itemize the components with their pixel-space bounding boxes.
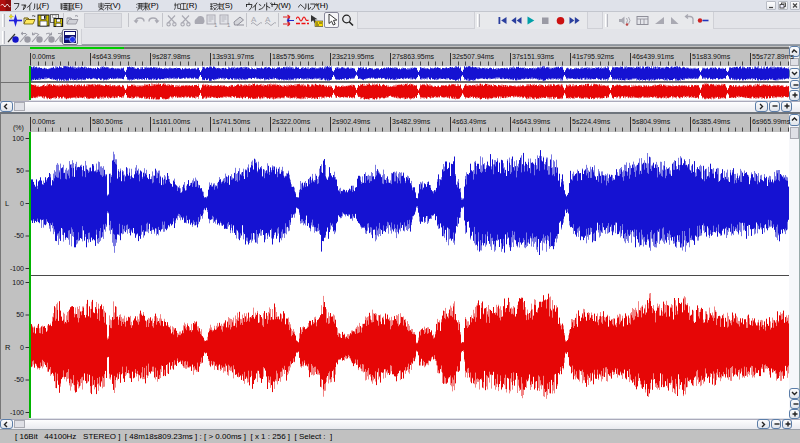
svg-text:2s322.00ms: 2s322.00ms (272, 118, 311, 125)
svg-text:-50: -50 (14, 232, 24, 239)
svg-text:9s287.98ms: 9s287.98ms (152, 53, 191, 60)
svg-text:4s643.99ms: 4s643.99ms (512, 118, 551, 125)
svg-text:46s439.91ms: 46s439.91ms (632, 53, 675, 60)
svg-text:4s63.49ms: 4s63.49ms (452, 118, 487, 125)
svg-text:13s931.97ms: 13s931.97ms (212, 53, 255, 60)
svg-text:0: 0 (20, 200, 24, 207)
svg-text:-100: -100 (10, 265, 24, 272)
svg-text:4s643.99ms: 4s643.99ms (92, 53, 131, 60)
svg-text:51s83.90ms: 51s83.90ms (692, 53, 731, 60)
svg-text:50: 50 (16, 311, 24, 318)
svg-text:100: 100 (12, 279, 24, 286)
svg-text:23s219.95ms: 23s219.95ms (332, 53, 375, 60)
svg-text:41s795.92ms: 41s795.92ms (572, 53, 615, 60)
svg-text:L: L (5, 199, 9, 208)
svg-text:0.00ms: 0.00ms (32, 118, 55, 125)
svg-text:2s902.49ms: 2s902.49ms (332, 118, 371, 125)
svg-text:-100: -100 (10, 409, 24, 416)
svg-text:3s482.99ms: 3s482.99ms (392, 118, 431, 125)
svg-text:R: R (5, 343, 11, 352)
svg-text:0.00ms: 0.00ms (32, 53, 55, 60)
svg-text:32s507.94ms: 32s507.94ms (452, 53, 495, 60)
svg-text:-50: -50 (14, 376, 24, 383)
svg-text:580.50ms: 580.50ms (92, 118, 123, 125)
svg-text:55s727.89ms: 55s727.89ms (752, 53, 795, 60)
svg-text:6s965.99ms: 6s965.99ms (752, 118, 791, 125)
svg-text:37s151.93ms: 37s151.93ms (512, 53, 555, 60)
svg-text:6s385.49ms: 6s385.49ms (692, 118, 731, 125)
svg-text:(%): (%) (13, 124, 24, 132)
svg-text:1s741.50ms: 1s741.50ms (212, 118, 251, 125)
svg-text:100: 100 (12, 135, 24, 142)
svg-text:18s575.96ms: 18s575.96ms (272, 53, 315, 60)
svg-text:5s804.99ms: 5s804.99ms (632, 118, 671, 125)
svg-text:0: 0 (20, 344, 24, 351)
svg-text:50: 50 (16, 167, 24, 174)
svg-text:1s161.00ms: 1s161.00ms (152, 118, 191, 125)
svg-text:27s863.95ms: 27s863.95ms (392, 53, 435, 60)
svg-text:5s224.49ms: 5s224.49ms (572, 118, 611, 125)
